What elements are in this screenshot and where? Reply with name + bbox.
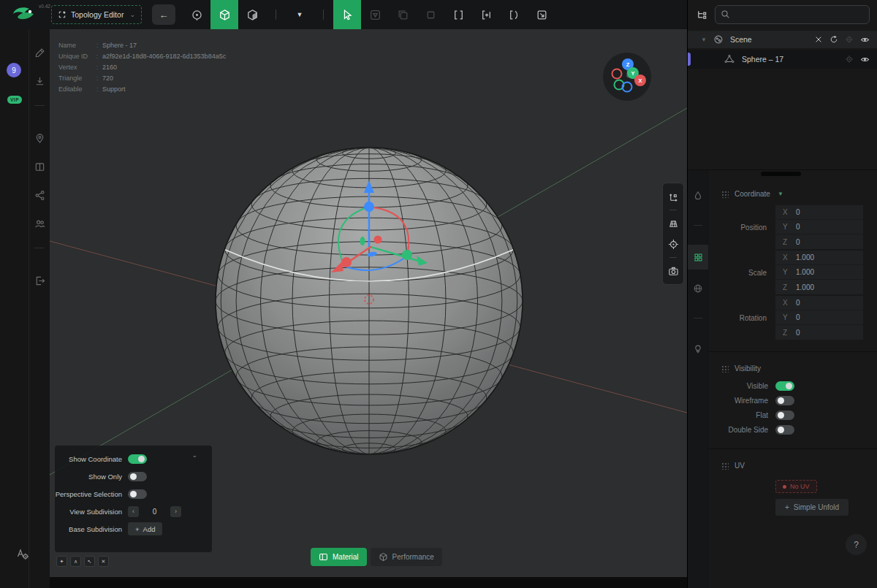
shaded-mode-button[interactable] bbox=[238, 0, 266, 29]
focus-object-button[interactable] bbox=[845, 35, 854, 44]
visibility-eye-button[interactable] bbox=[860, 35, 870, 45]
language-settings-button[interactable] bbox=[16, 548, 29, 561]
axis-snap-button[interactable] bbox=[664, 188, 682, 205]
box-triangle-icon bbox=[369, 9, 381, 21]
scale-z-field[interactable]: Z1.000 bbox=[775, 280, 863, 294]
solid-mode-button[interactable] bbox=[210, 0, 238, 29]
rotation-z-field[interactable]: Z0 bbox=[775, 325, 863, 340]
crosshair-icon bbox=[668, 239, 679, 250]
select-tool-button[interactable] bbox=[333, 0, 361, 29]
drag-handle-icon[interactable] bbox=[721, 364, 729, 373]
environment-tab[interactable] bbox=[692, 283, 704, 294]
plus-icon: + bbox=[785, 503, 789, 511]
split-view-button[interactable] bbox=[444, 0, 472, 29]
visibility-eye-button[interactable] bbox=[860, 55, 870, 64]
toggle-knob bbox=[130, 473, 137, 480]
tree-view-button[interactable] bbox=[696, 9, 707, 20]
material-paint-tab[interactable] bbox=[692, 190, 704, 202]
scene-tree-object-sphere[interactable]: Sphere – 17 bbox=[688, 50, 877, 69]
object-name: Sphere – 17 bbox=[742, 55, 783, 64]
double-side-toggle[interactable] bbox=[775, 425, 794, 435]
vertex-mini-button[interactable]: ✦ bbox=[56, 556, 67, 567]
chevron-down-icon: ⌄ bbox=[129, 11, 135, 18]
locate-target-button[interactable] bbox=[664, 235, 682, 253]
sidebar-pen-tool[interactable] bbox=[34, 47, 45, 58]
collapse-all-button[interactable] bbox=[814, 35, 823, 44]
drag-handle-icon[interactable] bbox=[721, 462, 729, 470]
search-input[interactable] bbox=[715, 5, 870, 24]
orientation-gizmo[interactable]: Z Y X bbox=[599, 49, 655, 104]
show-only-toggle[interactable] bbox=[128, 472, 147, 481]
mode-dropdown[interactable]: Topology Editor ⌄ bbox=[51, 5, 142, 24]
chevron-down-icon: ⌄ bbox=[191, 451, 197, 459]
focus-object-button[interactable] bbox=[845, 55, 854, 64]
position-group: Position X0 Y0 Z0 bbox=[708, 205, 877, 249]
cursor-mini-button[interactable]: ↖ bbox=[84, 556, 95, 567]
transform-tab[interactable] bbox=[688, 245, 708, 270]
viewport-canvas[interactable]: NameSphere - 17 Unique IDa2f92e1d-18d8-4… bbox=[50, 29, 687, 577]
sidebar-share[interactable] bbox=[34, 189, 45, 201]
raise-mini-button[interactable]: ∧ bbox=[70, 556, 81, 567]
flat-toggle[interactable] bbox=[775, 411, 794, 420]
visible-toggle[interactable] bbox=[775, 381, 794, 391]
face-mode-button[interactable]: ▼ bbox=[286, 0, 314, 29]
export-view-button[interactable] bbox=[528, 0, 555, 29]
position-y-field[interactable]: Y0 bbox=[775, 220, 863, 234]
refresh-button[interactable] bbox=[829, 35, 838, 44]
scene-tree-root[interactable]: ▼ Scene bbox=[688, 31, 877, 48]
user-avatar[interactable]: 9 bbox=[7, 63, 21, 77]
help-button[interactable]: ? bbox=[846, 534, 867, 555]
app-logo[interactable]: v0.42 bbox=[0, 0, 51, 29]
camera-icon bbox=[668, 266, 679, 277]
panel-right-button[interactable] bbox=[500, 0, 528, 29]
chevron-left-icon: ‹ bbox=[132, 508, 134, 515]
insert-panel-button[interactable] bbox=[472, 0, 500, 29]
visible-row: Visible bbox=[708, 379, 877, 393]
scene-title: Scene bbox=[730, 35, 752, 44]
wireframe-toggle[interactable] bbox=[775, 396, 794, 405]
position-x-field[interactable]: X0 bbox=[775, 205, 863, 220]
add-subdivision-button[interactable]: + Add bbox=[128, 522, 162, 535]
rotation-x-field[interactable]: X0 bbox=[775, 296, 863, 310]
option-row: Base Subdivision + Add bbox=[55, 520, 212, 538]
show-coordinate-toggle[interactable] bbox=[128, 454, 147, 464]
coordinate-section-header[interactable]: Coordinate ▼ bbox=[708, 183, 877, 204]
screenshot-button[interactable] bbox=[664, 262, 682, 280]
strip-divider bbox=[694, 225, 702, 226]
perspective-grid-button[interactable] bbox=[664, 215, 682, 232]
light-tab[interactable] bbox=[692, 343, 704, 355]
sidebar-library[interactable] bbox=[34, 161, 45, 172]
sidebar-community[interactable] bbox=[34, 218, 45, 229]
stepper-increase-button[interactable]: › bbox=[170, 506, 181, 517]
scale-x-field[interactable]: X1.000 bbox=[775, 251, 863, 265]
sidebar-logout[interactable] bbox=[34, 275, 45, 286]
stepper-decrease-button[interactable]: ‹ bbox=[128, 506, 139, 517]
tab-performance[interactable]: Performance bbox=[371, 548, 442, 566]
perspective-selection-toggle[interactable] bbox=[128, 489, 147, 499]
box-select-button[interactable] bbox=[361, 0, 389, 29]
option-row: Perspective Selection bbox=[55, 485, 212, 503]
simple-unfold-button[interactable]: + Simple Unfold bbox=[775, 499, 848, 516]
toggle-knob bbox=[138, 456, 145, 462]
drag-handle-icon[interactable] bbox=[721, 190, 729, 198]
uv-section-header[interactable]: UV bbox=[708, 455, 877, 476]
arrow-left-icon: ← bbox=[159, 9, 169, 20]
tab-material[interactable]: Material bbox=[311, 548, 367, 566]
frame-button[interactable] bbox=[417, 0, 444, 29]
collapse-triangle-icon[interactable]: ▼ bbox=[778, 191, 783, 197]
position-z-field[interactable]: Z0 bbox=[775, 234, 863, 249]
duplicate-button[interactable] bbox=[389, 0, 417, 29]
scale-y-field[interactable]: Y1.000 bbox=[775, 265, 863, 280]
rotation-y-field[interactable]: Y0 bbox=[775, 310, 863, 325]
visibility-section-header[interactable]: Visibility bbox=[708, 358, 877, 378]
left-sidebar: 9 VIP bbox=[0, 29, 50, 588]
focus-target-button[interactable] bbox=[183, 0, 210, 29]
sidebar-download[interactable] bbox=[34, 75, 45, 87]
rotation-group: Rotation X0 Y0 Z0 bbox=[708, 296, 877, 340]
properties-content: Coordinate ▼ Position X0 Y0 Z0 Scale X1.… bbox=[708, 170, 877, 516]
close-mini-button[interactable]: ✕ bbox=[98, 556, 109, 567]
collapse-panel-button[interactable]: ⌄ bbox=[191, 451, 197, 459]
scrollbar-handle[interactable] bbox=[761, 172, 801, 176]
sidebar-location[interactable] bbox=[34, 132, 45, 144]
back-button[interactable]: ← bbox=[152, 4, 175, 25]
